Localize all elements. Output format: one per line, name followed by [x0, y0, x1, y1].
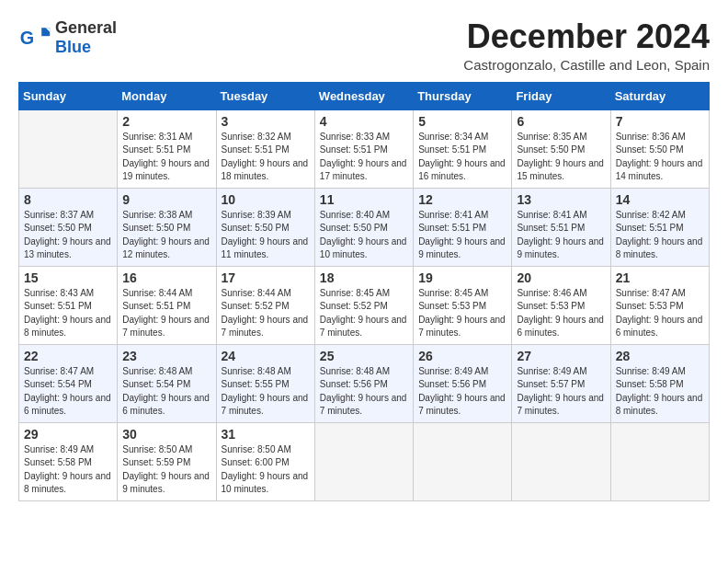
table-row: 21Sunrise: 8:47 AMSunset: 5:53 PMDayligh…	[610, 266, 709, 344]
day-info: Sunrise: 8:37 AMSunset: 5:50 PMDaylight:…	[24, 209, 112, 262]
calendar-week-row: 29Sunrise: 8:49 AMSunset: 5:58 PMDayligh…	[19, 422, 710, 500]
day-number: 10	[222, 192, 310, 207]
day-number: 7	[616, 114, 704, 129]
table-row: 27Sunrise: 8:49 AMSunset: 5:57 PMDayligh…	[512, 344, 610, 422]
logo-blue-text: Blue	[55, 38, 91, 56]
day-info: Sunrise: 8:46 AMSunset: 5:53 PMDaylight:…	[517, 287, 605, 340]
sunset-label: Sunset: 5:51 PM	[24, 301, 92, 311]
calendar-week-row: 15Sunrise: 8:43 AMSunset: 5:51 PMDayligh…	[19, 266, 710, 344]
sunrise-label: Sunrise: 8:32 AM	[222, 132, 291, 142]
day-number: 15	[24, 270, 112, 285]
sunrise-label: Sunrise: 8:48 AM	[122, 366, 192, 376]
sunrise-label: Sunrise: 8:35 AM	[517, 132, 586, 142]
day-number: 12	[418, 192, 506, 207]
table-row: 24Sunrise: 8:48 AMSunset: 5:55 PMDayligh…	[216, 344, 314, 422]
day-number: 26	[418, 349, 506, 363]
calendar-table: Sunday Monday Tuesday Wednesday Thursday…	[18, 82, 710, 501]
sunrise-label: Sunrise: 8:45 AM	[418, 288, 488, 298]
daylight-label: Daylight: 9 hours and 9 minutes.	[517, 236, 604, 260]
day-number: 3	[222, 114, 310, 129]
logo-icon: G	[18, 21, 51, 54]
table-row: 8Sunrise: 8:37 AMSunset: 5:50 PMDaylight…	[19, 188, 118, 266]
day-info: Sunrise: 8:44 AMSunset: 5:52 PMDaylight:…	[222, 287, 310, 340]
day-number: 21	[616, 270, 704, 285]
sunrise-label: Sunrise: 8:50 AM	[222, 444, 291, 454]
sunset-label: Sunset: 5:50 PM	[222, 223, 290, 233]
sunrise-label: Sunrise: 8:49 AM	[24, 444, 94, 454]
day-info: Sunrise: 8:45 AMSunset: 5:53 PMDaylight:…	[418, 287, 506, 340]
day-info: Sunrise: 8:38 AMSunset: 5:50 PMDaylight:…	[122, 209, 210, 262]
table-row	[19, 109, 118, 188]
location-title: Castrogonzalo, Castille and Leon, Spain	[463, 57, 710, 73]
day-info: Sunrise: 8:32 AMSunset: 5:51 PMDaylight:…	[222, 131, 310, 184]
day-number: 6	[517, 114, 605, 129]
day-number: 31	[222, 427, 310, 442]
day-info: Sunrise: 8:33 AMSunset: 5:51 PMDaylight:…	[320, 131, 408, 184]
table-row: 13Sunrise: 8:41 AMSunset: 5:51 PMDayligh…	[512, 188, 610, 266]
table-row: 20Sunrise: 8:46 AMSunset: 5:53 PMDayligh…	[512, 266, 610, 344]
daylight-label: Daylight: 9 hours and 10 minutes.	[222, 471, 309, 495]
day-info: Sunrise: 8:41 AMSunset: 5:51 PMDaylight:…	[418, 209, 506, 262]
day-info: Sunrise: 8:34 AMSunset: 5:51 PMDaylight:…	[418, 131, 506, 184]
day-info: Sunrise: 8:42 AMSunset: 5:51 PMDaylight:…	[616, 209, 704, 262]
daylight-label: Daylight: 9 hours and 12 minutes.	[122, 236, 210, 260]
sunrise-label: Sunrise: 8:41 AM	[418, 210, 488, 220]
table-row: 3Sunrise: 8:32 AMSunset: 5:51 PMDaylight…	[216, 109, 314, 188]
sunrise-label: Sunrise: 8:48 AM	[222, 366, 291, 376]
day-number: 25	[320, 349, 408, 363]
sunrise-label: Sunrise: 8:44 AM	[222, 288, 291, 298]
daylight-label: Daylight: 9 hours and 13 minutes.	[24, 236, 111, 260]
calendar-header: Sunday Monday Tuesday Wednesday Thursday…	[19, 82, 710, 109]
header-row: Sunday Monday Tuesday Wednesday Thursday…	[19, 82, 710, 109]
daylight-label: Daylight: 9 hours and 17 minutes.	[320, 158, 407, 182]
logo: G General Blue	[18, 18, 117, 57]
table-row: 22Sunrise: 8:47 AMSunset: 5:54 PMDayligh…	[19, 344, 118, 422]
sunset-label: Sunset: 5:51 PM	[122, 301, 190, 311]
sunrise-label: Sunrise: 8:47 AM	[616, 288, 686, 298]
day-number: 13	[517, 192, 605, 207]
daylight-label: Daylight: 9 hours and 7 minutes.	[122, 315, 210, 339]
day-number: 2	[122, 114, 210, 129]
day-info: Sunrise: 8:36 AMSunset: 5:50 PMDaylight:…	[616, 131, 704, 184]
day-info: Sunrise: 8:47 AMSunset: 5:53 PMDaylight:…	[616, 287, 704, 340]
sunset-label: Sunset: 5:54 PM	[122, 379, 190, 389]
daylight-label: Daylight: 9 hours and 8 minutes.	[616, 236, 703, 260]
day-info: Sunrise: 8:44 AMSunset: 5:51 PMDaylight:…	[122, 287, 210, 340]
day-info: Sunrise: 8:49 AMSunset: 5:58 PMDaylight:…	[24, 443, 112, 497]
table-row: 4Sunrise: 8:33 AMSunset: 5:51 PMDaylight…	[314, 109, 413, 188]
table-row: 15Sunrise: 8:43 AMSunset: 5:51 PMDayligh…	[19, 266, 118, 344]
daylight-label: Daylight: 9 hours and 14 minutes.	[616, 158, 703, 182]
table-row: 2Sunrise: 8:31 AMSunset: 5:51 PMDaylight…	[118, 109, 216, 188]
daylight-label: Daylight: 9 hours and 6 minutes.	[517, 315, 604, 339]
daylight-label: Daylight: 9 hours and 19 minutes.	[122, 158, 210, 182]
table-row: 23Sunrise: 8:48 AMSunset: 5:54 PMDayligh…	[118, 344, 216, 422]
day-number: 27	[517, 349, 605, 363]
sunrise-label: Sunrise: 8:42 AM	[616, 210, 686, 220]
sunset-label: Sunset: 5:51 PM	[122, 144, 190, 155]
sunset-label: Sunset: 5:59 PM	[122, 457, 190, 467]
sunset-label: Sunset: 5:58 PM	[616, 379, 684, 389]
col-thursday: Thursday	[414, 82, 512, 109]
daylight-label: Daylight: 9 hours and 7 minutes.	[320, 315, 407, 339]
daylight-label: Daylight: 9 hours and 7 minutes.	[418, 315, 506, 339]
day-number: 17	[222, 270, 310, 285]
daylight-label: Daylight: 9 hours and 8 minutes.	[616, 393, 703, 417]
daylight-label: Daylight: 9 hours and 6 minutes.	[24, 393, 111, 417]
day-number: 18	[320, 270, 408, 285]
daylight-label: Daylight: 9 hours and 11 minutes.	[222, 236, 309, 260]
daylight-label: Daylight: 9 hours and 7 minutes.	[320, 393, 407, 417]
table-row: 10Sunrise: 8:39 AMSunset: 5:50 PMDayligh…	[216, 188, 314, 266]
day-number: 4	[320, 114, 408, 129]
day-number: 22	[24, 349, 112, 363]
day-info: Sunrise: 8:49 AMSunset: 5:57 PMDaylight:…	[517, 365, 605, 419]
day-info: Sunrise: 8:48 AMSunset: 5:56 PMDaylight:…	[320, 365, 408, 419]
day-number: 23	[122, 349, 210, 363]
daylight-label: Daylight: 9 hours and 6 minutes.	[616, 315, 703, 339]
daylight-label: Daylight: 9 hours and 9 minutes.	[418, 236, 506, 260]
month-title: December 2024	[463, 18, 710, 55]
daylight-label: Daylight: 9 hours and 7 minutes.	[222, 393, 309, 417]
table-row: 16Sunrise: 8:44 AMSunset: 5:51 PMDayligh…	[118, 266, 216, 344]
table-row: 12Sunrise: 8:41 AMSunset: 5:51 PMDayligh…	[414, 188, 512, 266]
table-row: 28Sunrise: 8:49 AMSunset: 5:58 PMDayligh…	[610, 344, 709, 422]
sunrise-label: Sunrise: 8:48 AM	[320, 366, 390, 376]
